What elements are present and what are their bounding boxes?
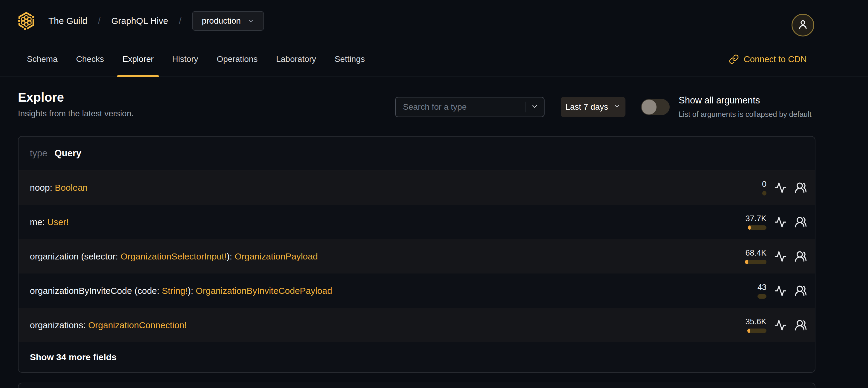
users-icon[interactable] (795, 285, 807, 297)
usage-bar (762, 191, 767, 196)
tab-operations[interactable]: Operations (211, 42, 263, 77)
app-header: The Guild / GraphQL Hive / production (0, 0, 868, 42)
field-stats: 0 (725, 180, 807, 196)
show-more-fields-button[interactable]: Show 34 more fields (19, 342, 815, 372)
page-subtitle: Insights from the latest version. (18, 109, 134, 118)
next-type-card-partial (18, 383, 815, 388)
usage-bar (747, 329, 767, 333)
field-name-text: ): (188, 286, 196, 296)
type-search-input[interactable] (396, 102, 525, 112)
field-type-link[interactable]: OrganizationByInviteCodePayload (196, 286, 332, 296)
toggle-hint: List of arguments is collapsed by defaul… (679, 110, 819, 119)
tab-settings[interactable]: Settings (329, 42, 370, 77)
user-menu-button[interactable] (792, 14, 814, 36)
type-kind-label: type (30, 148, 48, 159)
target-selector-dropdown[interactable]: production (192, 11, 264, 31)
activity-icon[interactable] (774, 216, 787, 228)
type-card-query: type Query noop: Boolean0me: User!37.7Ko… (18, 136, 815, 373)
request-count: 35.6K (745, 317, 767, 326)
breadcrumb-project[interactable]: GraphQL Hive (111, 16, 168, 26)
field-type-link[interactable]: Boolean (55, 183, 88, 192)
field-name-text: noop: (30, 183, 55, 192)
type-search-box (395, 97, 545, 117)
project-nav: SchemaChecksExplorerHistoryOperationsLab… (0, 42, 868, 77)
usage-bar-fill (745, 260, 748, 264)
request-count: 37.7K (745, 214, 767, 223)
field-type-link[interactable]: OrganizationSelectorInput! (121, 251, 227, 261)
search-dropdown-button[interactable] (525, 102, 544, 112)
request-count-column: 0 (725, 180, 767, 196)
field-signature: me: User! (30, 217, 725, 227)
request-count: 68.4K (745, 248, 767, 258)
field-type-link[interactable]: User! (47, 217, 69, 227)
breadcrumb-org[interactable]: The Guild (49, 16, 87, 26)
activity-icon[interactable] (774, 319, 787, 331)
request-count: 0 (762, 180, 767, 189)
field-name-text: organizations: (30, 320, 88, 330)
arguments-toggle-text: Show all arguments List of arguments is … (679, 95, 819, 119)
field-signature: noop: Boolean (30, 183, 725, 193)
tab-checks[interactable]: Checks (71, 42, 109, 77)
request-count-column: 37.7K (725, 214, 767, 230)
field-row: organizationByInviteCode (code: String!)… (19, 273, 815, 308)
users-icon[interactable] (795, 216, 807, 228)
field-row: me: User!37.7K (19, 205, 815, 239)
breadcrumb-separator: / (179, 16, 181, 26)
breadcrumb-separator: / (98, 16, 100, 26)
connect-to-cdn-link[interactable]: Connect to CDN (729, 42, 807, 77)
page-head: Explore Insights from the latest version… (18, 91, 134, 118)
chevron-down-icon (531, 102, 538, 112)
request-count-column: 35.6K (725, 317, 767, 333)
tab-laboratory[interactable]: Laboratory (271, 42, 321, 77)
field-stats: 35.6K (725, 317, 807, 333)
field-type-link[interactable]: String! (162, 286, 188, 296)
field-type-link[interactable]: OrganizationConnection! (88, 320, 187, 330)
field-name-text: organizationByInviteCode (code: (30, 286, 162, 296)
type-card-header: type Query (19, 137, 815, 170)
users-icon[interactable] (795, 250, 807, 263)
field-row: noop: Boolean0 (19, 170, 815, 205)
activity-icon[interactable] (774, 285, 787, 297)
request-count: 43 (757, 283, 767, 292)
users-icon[interactable] (795, 181, 807, 194)
field-row: organizations: OrganizationConnection!35… (19, 308, 815, 342)
show-all-arguments-toggle[interactable] (641, 99, 670, 115)
hive-honeycomb-logo-icon[interactable] (17, 10, 36, 32)
field-type-link[interactable]: OrganizationPayload (235, 251, 318, 261)
type-name: Query (55, 148, 82, 159)
field-signature: organization (selector: OrganizationSele… (30, 251, 725, 262)
field-stats: 43 (725, 283, 807, 299)
users-icon[interactable] (795, 319, 807, 331)
chevron-down-icon (247, 17, 254, 25)
period-value: Last 7 days (565, 102, 608, 112)
field-signature: organizations: OrganizationConnection! (30, 320, 725, 330)
field-stats: 68.4K (725, 248, 807, 264)
field-signature: organizationByInviteCode (code: String!)… (30, 286, 725, 296)
activity-icon[interactable] (774, 181, 787, 194)
request-count-column: 43 (725, 283, 767, 299)
period-selector-dropdown[interactable]: Last 7 days (561, 97, 625, 117)
field-list: noop: Boolean0me: User!37.7Korganization… (19, 170, 815, 342)
field-name-text: me: (30, 217, 47, 227)
toggle-label: Show all arguments (679, 95, 819, 106)
usage-bar-fill (748, 226, 751, 230)
tab-schema[interactable]: Schema (22, 42, 63, 77)
page-title: Explore (18, 91, 134, 104)
field-name-text: ): (227, 251, 235, 261)
activity-icon[interactable] (774, 250, 787, 263)
field-stats: 37.7K (725, 214, 807, 230)
target-selector-value: production (202, 16, 241, 26)
tab-explorer[interactable]: Explorer (117, 42, 159, 77)
tab-history[interactable]: History (167, 42, 204, 77)
field-row: organization (selector: OrganizationSele… (19, 239, 815, 273)
usage-bar-fill (747, 329, 750, 333)
toggle-knob (642, 99, 656, 115)
nav-tabs: SchemaChecksExplorerHistoryOperationsLab… (22, 42, 370, 77)
chevron-down-icon (614, 102, 621, 112)
field-name-text: organization (selector: (30, 251, 121, 261)
usage-bar (757, 294, 767, 299)
usage-bar (748, 226, 767, 230)
usage-bar (745, 260, 767, 264)
link-icon (729, 54, 739, 64)
request-count-column: 68.4K (725, 248, 767, 264)
